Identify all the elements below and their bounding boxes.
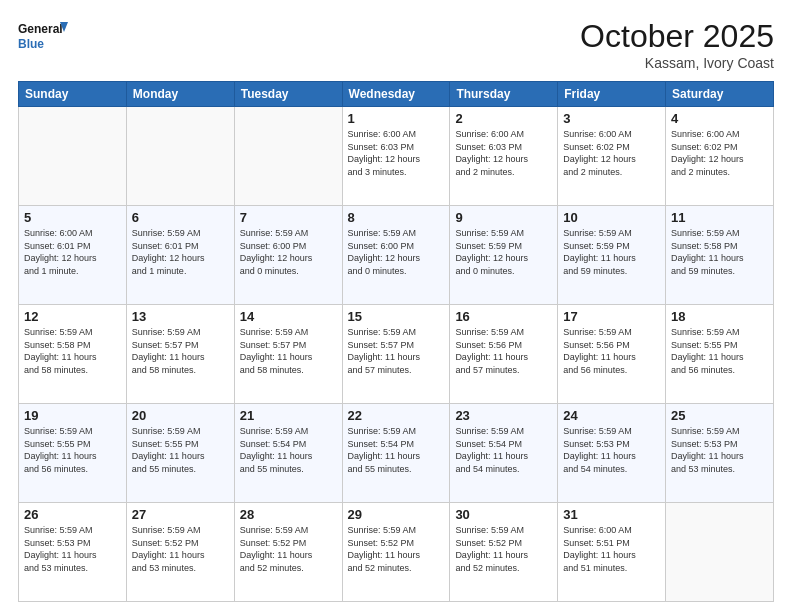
cell-4-5: 23Sunrise: 5:59 AM Sunset: 5:54 PM Dayli…: [450, 404, 558, 503]
day-number: 4: [671, 111, 768, 126]
day-number: 12: [24, 309, 121, 324]
cell-5-7: [666, 503, 774, 602]
cell-content: Sunrise: 5:59 AM Sunset: 5:57 PM Dayligh…: [132, 326, 229, 376]
cell-1-3: [234, 107, 342, 206]
day-number: 25: [671, 408, 768, 423]
day-number: 22: [348, 408, 445, 423]
cell-content: Sunrise: 5:59 AM Sunset: 5:57 PM Dayligh…: [240, 326, 337, 376]
cell-1-2: [126, 107, 234, 206]
cell-2-2: 6Sunrise: 5:59 AM Sunset: 6:01 PM Daylig…: [126, 206, 234, 305]
week-row-5: 26Sunrise: 5:59 AM Sunset: 5:53 PM Dayli…: [19, 503, 774, 602]
col-friday: Friday: [558, 82, 666, 107]
cell-content: Sunrise: 6:00 AM Sunset: 6:01 PM Dayligh…: [24, 227, 121, 277]
col-tuesday: Tuesday: [234, 82, 342, 107]
cell-content: Sunrise: 5:59 AM Sunset: 5:52 PM Dayligh…: [132, 524, 229, 574]
cell-3-5: 16Sunrise: 5:59 AM Sunset: 5:56 PM Dayli…: [450, 305, 558, 404]
cell-1-6: 3Sunrise: 6:00 AM Sunset: 6:02 PM Daylig…: [558, 107, 666, 206]
cell-content: Sunrise: 5:59 AM Sunset: 5:55 PM Dayligh…: [132, 425, 229, 475]
cell-content: Sunrise: 5:59 AM Sunset: 6:00 PM Dayligh…: [348, 227, 445, 277]
week-row-2: 5Sunrise: 6:00 AM Sunset: 6:01 PM Daylig…: [19, 206, 774, 305]
day-number: 3: [563, 111, 660, 126]
day-number: 27: [132, 507, 229, 522]
cell-4-1: 19Sunrise: 5:59 AM Sunset: 5:55 PM Dayli…: [19, 404, 127, 503]
cell-content: Sunrise: 5:59 AM Sunset: 5:52 PM Dayligh…: [348, 524, 445, 574]
cell-content: Sunrise: 5:59 AM Sunset: 5:52 PM Dayligh…: [240, 524, 337, 574]
day-number: 14: [240, 309, 337, 324]
day-number: 10: [563, 210, 660, 225]
cell-content: Sunrise: 5:59 AM Sunset: 5:53 PM Dayligh…: [671, 425, 768, 475]
cell-content: Sunrise: 5:59 AM Sunset: 5:55 PM Dayligh…: [24, 425, 121, 475]
cell-2-5: 9Sunrise: 5:59 AM Sunset: 5:59 PM Daylig…: [450, 206, 558, 305]
cell-1-7: 4Sunrise: 6:00 AM Sunset: 6:02 PM Daylig…: [666, 107, 774, 206]
day-number: 5: [24, 210, 121, 225]
cell-content: Sunrise: 5:59 AM Sunset: 6:00 PM Dayligh…: [240, 227, 337, 277]
cell-2-4: 8Sunrise: 5:59 AM Sunset: 6:00 PM Daylig…: [342, 206, 450, 305]
cell-2-6: 10Sunrise: 5:59 AM Sunset: 5:59 PM Dayli…: [558, 206, 666, 305]
cell-3-4: 15Sunrise: 5:59 AM Sunset: 5:57 PM Dayli…: [342, 305, 450, 404]
cell-content: Sunrise: 5:59 AM Sunset: 5:54 PM Dayligh…: [348, 425, 445, 475]
cell-5-2: 27Sunrise: 5:59 AM Sunset: 5:52 PM Dayli…: [126, 503, 234, 602]
logo: General Blue: [18, 18, 68, 60]
cell-content: Sunrise: 5:59 AM Sunset: 5:53 PM Dayligh…: [563, 425, 660, 475]
day-number: 18: [671, 309, 768, 324]
cell-content: Sunrise: 6:00 AM Sunset: 6:02 PM Dayligh…: [671, 128, 768, 178]
col-sunday: Sunday: [19, 82, 127, 107]
cell-content: Sunrise: 5:59 AM Sunset: 5:53 PM Dayligh…: [24, 524, 121, 574]
cell-3-3: 14Sunrise: 5:59 AM Sunset: 5:57 PM Dayli…: [234, 305, 342, 404]
cell-2-3: 7Sunrise: 5:59 AM Sunset: 6:00 PM Daylig…: [234, 206, 342, 305]
cell-content: Sunrise: 5:59 AM Sunset: 5:56 PM Dayligh…: [563, 326, 660, 376]
calendar-header: Sunday Monday Tuesday Wednesday Thursday…: [19, 82, 774, 107]
col-wednesday: Wednesday: [342, 82, 450, 107]
week-row-3: 12Sunrise: 5:59 AM Sunset: 5:58 PM Dayli…: [19, 305, 774, 404]
logo-svg: General Blue: [18, 18, 68, 60]
day-number: 28: [240, 507, 337, 522]
cell-content: Sunrise: 5:59 AM Sunset: 6:01 PM Dayligh…: [132, 227, 229, 277]
day-number: 8: [348, 210, 445, 225]
cell-4-3: 21Sunrise: 5:59 AM Sunset: 5:54 PM Dayli…: [234, 404, 342, 503]
day-number: 11: [671, 210, 768, 225]
day-number: 29: [348, 507, 445, 522]
col-saturday: Saturday: [666, 82, 774, 107]
cell-5-4: 29Sunrise: 5:59 AM Sunset: 5:52 PM Dayli…: [342, 503, 450, 602]
day-number: 24: [563, 408, 660, 423]
cell-content: Sunrise: 6:00 AM Sunset: 6:03 PM Dayligh…: [348, 128, 445, 178]
cell-4-2: 20Sunrise: 5:59 AM Sunset: 5:55 PM Dayli…: [126, 404, 234, 503]
col-thursday: Thursday: [450, 82, 558, 107]
cell-content: Sunrise: 5:59 AM Sunset: 5:54 PM Dayligh…: [455, 425, 552, 475]
day-number: 20: [132, 408, 229, 423]
week-row-1: 1Sunrise: 6:00 AM Sunset: 6:03 PM Daylig…: [19, 107, 774, 206]
cell-content: Sunrise: 6:00 AM Sunset: 6:02 PM Dayligh…: [563, 128, 660, 178]
day-number: 19: [24, 408, 121, 423]
cell-5-6: 31Sunrise: 6:00 AM Sunset: 5:51 PM Dayli…: [558, 503, 666, 602]
calendar-body: 1Sunrise: 6:00 AM Sunset: 6:03 PM Daylig…: [19, 107, 774, 602]
cell-1-1: [19, 107, 127, 206]
day-number: 17: [563, 309, 660, 324]
col-monday: Monday: [126, 82, 234, 107]
weekday-row: Sunday Monday Tuesday Wednesday Thursday…: [19, 82, 774, 107]
cell-3-2: 13Sunrise: 5:59 AM Sunset: 5:57 PM Dayli…: [126, 305, 234, 404]
cell-content: Sunrise: 5:59 AM Sunset: 5:58 PM Dayligh…: [671, 227, 768, 277]
location: Kassam, Ivory Coast: [580, 55, 774, 71]
day-number: 31: [563, 507, 660, 522]
cell-3-7: 18Sunrise: 5:59 AM Sunset: 5:55 PM Dayli…: [666, 305, 774, 404]
cell-content: Sunrise: 5:59 AM Sunset: 5:52 PM Dayligh…: [455, 524, 552, 574]
cell-2-1: 5Sunrise: 6:00 AM Sunset: 6:01 PM Daylig…: [19, 206, 127, 305]
day-number: 15: [348, 309, 445, 324]
day-number: 1: [348, 111, 445, 126]
cell-4-4: 22Sunrise: 5:59 AM Sunset: 5:54 PM Dayli…: [342, 404, 450, 503]
day-number: 21: [240, 408, 337, 423]
day-number: 2: [455, 111, 552, 126]
cell-content: Sunrise: 5:59 AM Sunset: 5:56 PM Dayligh…: [455, 326, 552, 376]
cell-content: Sunrise: 6:00 AM Sunset: 5:51 PM Dayligh…: [563, 524, 660, 574]
cell-content: Sunrise: 6:00 AM Sunset: 6:03 PM Dayligh…: [455, 128, 552, 178]
cell-5-3: 28Sunrise: 5:59 AM Sunset: 5:52 PM Dayli…: [234, 503, 342, 602]
day-number: 13: [132, 309, 229, 324]
day-number: 26: [24, 507, 121, 522]
page: General Blue October 2025 Kassam, Ivory …: [0, 0, 792, 612]
cell-content: Sunrise: 5:59 AM Sunset: 5:55 PM Dayligh…: [671, 326, 768, 376]
title-block: October 2025 Kassam, Ivory Coast: [580, 18, 774, 71]
cell-5-5: 30Sunrise: 5:59 AM Sunset: 5:52 PM Dayli…: [450, 503, 558, 602]
cell-4-6: 24Sunrise: 5:59 AM Sunset: 5:53 PM Dayli…: [558, 404, 666, 503]
cell-4-7: 25Sunrise: 5:59 AM Sunset: 5:53 PM Dayli…: [666, 404, 774, 503]
month-title: October 2025: [580, 18, 774, 55]
